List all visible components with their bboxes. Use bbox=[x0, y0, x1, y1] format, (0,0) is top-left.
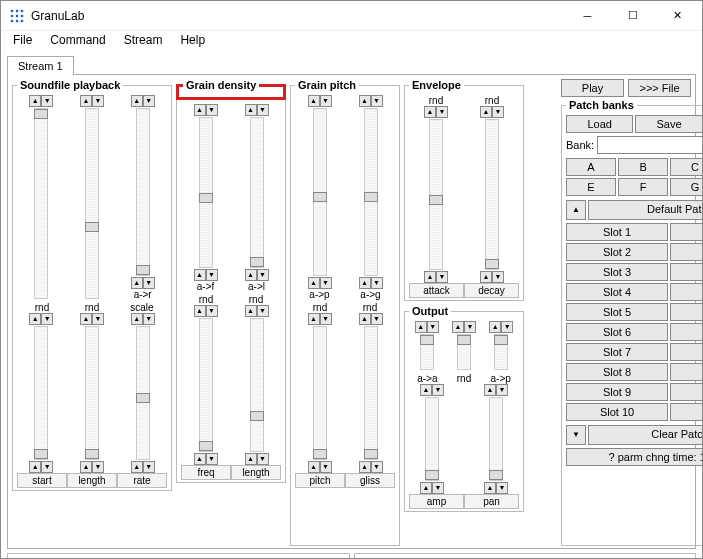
slot-button[interactable]: Slot 15 bbox=[670, 303, 703, 321]
slider-dn[interactable]: ▼ bbox=[436, 271, 448, 283]
slider-up[interactable]: ▲ bbox=[131, 313, 143, 325]
bank-letter-A[interactable]: A bbox=[566, 158, 616, 176]
parm-time-info[interactable]: ? parm chng time: 1.00 s bbox=[566, 448, 703, 466]
clear-patch-button[interactable]: Clear Patch bbox=[588, 425, 703, 445]
slider-up[interactable]: ▲ bbox=[480, 106, 492, 118]
slider-track[interactable] bbox=[250, 117, 264, 268]
slot-button[interactable]: Slot 20 bbox=[670, 403, 703, 421]
slider-up[interactable]: ▲ bbox=[308, 95, 320, 107]
slider-dn[interactable]: ▼ bbox=[464, 321, 476, 333]
slider-dn[interactable]: ▼ bbox=[143, 313, 155, 325]
slider-dn[interactable]: ▼ bbox=[41, 313, 53, 325]
slider-dn[interactable]: ▼ bbox=[206, 305, 218, 317]
slider-up[interactable]: ▲ bbox=[484, 384, 496, 396]
slider-dn[interactable]: ▼ bbox=[206, 104, 218, 116]
save-button[interactable]: Save bbox=[635, 115, 702, 133]
slider-track[interactable] bbox=[199, 117, 213, 268]
slider-up[interactable]: ▲ bbox=[80, 95, 92, 107]
slot-button[interactable]: Slot 3 bbox=[566, 263, 668, 281]
slider-dn[interactable]: ▼ bbox=[320, 277, 332, 289]
slider-dn[interactable]: ▼ bbox=[436, 106, 448, 118]
slider-dn[interactable]: ▼ bbox=[320, 313, 332, 325]
slider-dn[interactable]: ▼ bbox=[371, 277, 383, 289]
slot-button[interactable]: Slot 8 bbox=[566, 363, 668, 381]
slider-up[interactable]: ▲ bbox=[359, 277, 371, 289]
minimize-button[interactable]: ─ bbox=[565, 2, 610, 30]
slider-up[interactable]: ▲ bbox=[308, 461, 320, 473]
bank-letter-B[interactable]: B bbox=[618, 158, 668, 176]
slider-dn[interactable]: ▼ bbox=[320, 461, 332, 473]
bank-input[interactable] bbox=[597, 136, 703, 154]
slider-up[interactable]: ▲ bbox=[424, 271, 436, 283]
slot-button[interactable]: Slot 4 bbox=[566, 283, 668, 301]
slider-up[interactable]: ▲ bbox=[415, 321, 427, 333]
slot-button[interactable]: Slot 12 bbox=[670, 243, 703, 261]
slider-dn[interactable]: ▼ bbox=[501, 321, 513, 333]
slider-up[interactable]: ▲ bbox=[452, 321, 464, 333]
slider-up[interactable]: ▲ bbox=[484, 482, 496, 494]
slot-button[interactable]: Slot 5 bbox=[566, 303, 668, 321]
slider-up[interactable]: ▲ bbox=[194, 104, 206, 116]
slot-button[interactable]: Slot 16 bbox=[670, 323, 703, 341]
slider-dn[interactable]: ▼ bbox=[41, 461, 53, 473]
slider-dn[interactable]: ▼ bbox=[257, 269, 269, 281]
slider-dn[interactable]: ▼ bbox=[492, 271, 504, 283]
slider-up[interactable]: ▲ bbox=[29, 461, 41, 473]
slider-up[interactable]: ▲ bbox=[308, 313, 320, 325]
menu-command[interactable]: Command bbox=[42, 31, 113, 51]
slider-dn[interactable]: ▼ bbox=[41, 95, 53, 107]
slider-up[interactable]: ▲ bbox=[131, 461, 143, 473]
slider-track[interactable] bbox=[136, 108, 150, 276]
slider-up[interactable]: ▲ bbox=[29, 313, 41, 325]
slider-up[interactable]: ▲ bbox=[359, 95, 371, 107]
slider-dn[interactable]: ▼ bbox=[492, 106, 504, 118]
slot-button[interactable]: Slot 9 bbox=[566, 383, 668, 401]
maximize-button[interactable]: ☐ bbox=[610, 2, 655, 30]
slider-up[interactable]: ▲ bbox=[245, 305, 257, 317]
slider-dn[interactable]: ▼ bbox=[143, 95, 155, 107]
slider-up[interactable]: ▲ bbox=[245, 104, 257, 116]
slider-track[interactable] bbox=[364, 326, 378, 460]
slider-up[interactable]: ▲ bbox=[420, 384, 432, 396]
slot-button[interactable]: Slot 14 bbox=[670, 283, 703, 301]
slider-track[interactable] bbox=[485, 119, 499, 270]
slider-up[interactable]: ▲ bbox=[131, 95, 143, 107]
slider-track[interactable] bbox=[136, 326, 150, 460]
slot-button[interactable]: Slot 2 bbox=[566, 243, 668, 261]
slider-track[interactable] bbox=[199, 318, 213, 452]
slider-track[interactable] bbox=[34, 108, 48, 299]
slider-track[interactable] bbox=[420, 334, 434, 370]
slot-button[interactable]: Slot 18 bbox=[670, 363, 703, 381]
menu-file[interactable]: File bbox=[5, 31, 40, 51]
bank-letter-G[interactable]: G bbox=[670, 178, 703, 196]
slider-up[interactable]: ▲ bbox=[194, 269, 206, 281]
slider-dn[interactable]: ▼ bbox=[371, 313, 383, 325]
slider-up[interactable]: ▲ bbox=[29, 95, 41, 107]
slot-button[interactable]: Slot 10 bbox=[566, 403, 668, 421]
load-button[interactable]: Load bbox=[566, 115, 633, 133]
slider-dn[interactable]: ▼ bbox=[320, 95, 332, 107]
slot-button[interactable]: Slot 19 bbox=[670, 383, 703, 401]
slider-up[interactable]: ▲ bbox=[80, 461, 92, 473]
slider-track[interactable] bbox=[250, 318, 264, 452]
slider-track[interactable] bbox=[425, 397, 439, 481]
slider-up[interactable]: ▲ bbox=[420, 482, 432, 494]
slider-dn[interactable]: ▼ bbox=[427, 321, 439, 333]
slider-dn[interactable]: ▼ bbox=[257, 305, 269, 317]
slider-track[interactable] bbox=[489, 397, 503, 481]
slider-track[interactable] bbox=[364, 108, 378, 276]
slot-button[interactable]: Slot 17 bbox=[670, 343, 703, 361]
slider-dn[interactable]: ▼ bbox=[257, 104, 269, 116]
slider-up[interactable]: ▲ bbox=[194, 305, 206, 317]
slider-dn[interactable]: ▼ bbox=[257, 453, 269, 465]
menu-help[interactable]: Help bbox=[172, 31, 213, 51]
slider-dn[interactable]: ▼ bbox=[496, 482, 508, 494]
slot-button[interactable]: Slot 6 bbox=[566, 323, 668, 341]
slider-dn[interactable]: ▼ bbox=[143, 461, 155, 473]
slider-track[interactable] bbox=[313, 108, 327, 276]
play-button[interactable]: Play bbox=[561, 79, 624, 97]
bank-letter-E[interactable]: E bbox=[566, 178, 616, 196]
file-button[interactable]: >>> File bbox=[628, 79, 691, 97]
slider-dn[interactable]: ▼ bbox=[92, 461, 104, 473]
slider-dn[interactable]: ▼ bbox=[206, 269, 218, 281]
